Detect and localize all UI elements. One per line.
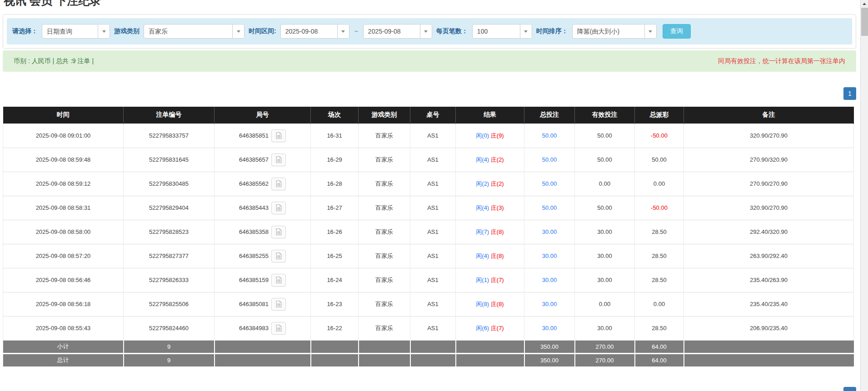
scrollbar-up-arrow-icon[interactable] bbox=[861, 0, 868, 7]
round-cell: 646384983 bbox=[215, 316, 311, 340]
session-cell: 16-29 bbox=[311, 148, 359, 172]
result-player: 闲(1) bbox=[476, 277, 489, 283]
time-cell: 2025-09-08 08:56:46 bbox=[3, 268, 124, 292]
payout-cell: -50.00 bbox=[635, 124, 684, 148]
table-no-cell: AS1 bbox=[410, 292, 456, 316]
filter-type-select[interactable]: 日期查询 bbox=[42, 24, 110, 39]
payout-cell: 28.50 bbox=[635, 244, 684, 268]
game-type-select[interactable]: 百家乐 bbox=[144, 24, 244, 39]
scrollbar-thumb[interactable] bbox=[861, 8, 868, 36]
table-header-row: 时间 注单编号 局号 场次 游戏类别 桌号 结果 总投注 有效投注 总派彩 备注 bbox=[3, 107, 854, 124]
bet-id-cell: 522795831645 bbox=[124, 148, 215, 172]
total-bet-cell: 50.00 bbox=[524, 172, 575, 196]
round-id: 646385562 bbox=[239, 180, 269, 187]
round-cell: 646385851 bbox=[215, 124, 311, 148]
result-banker: 庄(8) bbox=[491, 301, 504, 307]
chevron-down-icon[interactable] bbox=[644, 25, 656, 38]
valid-bet-cell: 30.00 bbox=[575, 316, 635, 340]
query-button[interactable]: 查询 bbox=[663, 24, 691, 39]
game-type-cell: 百家乐 bbox=[359, 292, 410, 316]
date-from-input[interactable]: 2025-09-08 bbox=[280, 24, 349, 39]
game-type-cell: 百家乐 bbox=[359, 148, 410, 172]
round-cell: 646385657 bbox=[215, 148, 311, 172]
col-header-table-no: 桌号 bbox=[410, 107, 456, 124]
chevron-down-icon[interactable] bbox=[98, 25, 110, 38]
valid-bet-cell: 30.00 bbox=[575, 244, 635, 268]
payout-cell: 50.00 bbox=[635, 148, 684, 172]
time-cell: 2025-09-08 09:01:00 bbox=[3, 124, 124, 148]
chevron-down-icon[interactable] bbox=[232, 25, 244, 38]
film-icon bbox=[275, 324, 283, 332]
result-cell: 闲(4) 庄(3) bbox=[456, 196, 524, 220]
table-no-cell: AS1 bbox=[410, 220, 456, 244]
table-no-cell: AS1 bbox=[410, 148, 456, 172]
video-replay-button[interactable] bbox=[271, 226, 286, 238]
video-replay-button[interactable] bbox=[271, 250, 286, 262]
video-replay-button[interactable] bbox=[271, 178, 286, 190]
chevron-down-icon[interactable] bbox=[420, 25, 432, 38]
chevron-down-icon[interactable] bbox=[337, 25, 349, 38]
total-bet-cell: 30.00 bbox=[524, 316, 575, 340]
result-banker: 庄(9) bbox=[491, 132, 504, 139]
video-replay-button[interactable] bbox=[271, 274, 286, 287]
result-banker: 庄(2) bbox=[491, 156, 504, 163]
round-cell: 646385159 bbox=[215, 268, 311, 292]
video-replay-button[interactable] bbox=[271, 298, 286, 311]
table-row: 2025-09-08 08:58:00 522795828523 6463853… bbox=[3, 220, 854, 244]
round-id: 646384983 bbox=[239, 325, 269, 332]
time-cell: 2025-09-08 08:58:31 bbox=[3, 196, 124, 220]
sort-order-label: 时间排序： bbox=[536, 27, 568, 35]
table-no-cell: AS1 bbox=[410, 268, 456, 292]
filter-bar: 请选择： 日期查询 游戏类别 百家乐 时间区间: 2025-09-08 ~ bbox=[7, 18, 852, 45]
table-no-cell: AS1 bbox=[410, 172, 456, 196]
table-row: 2025-09-08 08:56:46 522795826333 6463851… bbox=[3, 268, 854, 292]
round-cell: 646385358 bbox=[215, 220, 311, 244]
main-content: 视讯 会员 下注纪录 请选择： 日期查询 游戏类别 百家乐 时间区间: 2025… bbox=[0, 0, 868, 366]
result-cell: 闲(8) 庄(8) bbox=[456, 292, 524, 316]
bet-id-cell: 522795828523 bbox=[124, 220, 215, 244]
valid-bet-cell: 0.00 bbox=[575, 172, 635, 196]
result-cell: 闲(7) 庄(8) bbox=[456, 220, 524, 244]
round-cell: 646385081 bbox=[215, 292, 311, 316]
round-cell: 646385443 bbox=[215, 196, 311, 220]
result-banker: 庄(7) bbox=[491, 325, 504, 332]
round-id: 646385851 bbox=[239, 132, 269, 139]
round-id: 646385081 bbox=[239, 301, 269, 307]
page-title: 视讯 会员 下注纪录 bbox=[4, 0, 856, 7]
game-type-cell: 百家乐 bbox=[359, 124, 410, 148]
date-to-input[interactable]: 2025-09-08 bbox=[363, 24, 432, 39]
page-size-select[interactable]: 100 bbox=[472, 24, 532, 39]
game-type-cell: 百家乐 bbox=[359, 316, 410, 340]
video-replay-button[interactable] bbox=[271, 322, 286, 335]
total-payout: 64.00 bbox=[635, 353, 684, 366]
valid-bet-cell: 50.00 bbox=[575, 124, 635, 148]
vertical-scrollbar[interactable] bbox=[860, 0, 868, 391]
video-replay-button[interactable] bbox=[271, 202, 286, 214]
game-type-cell: 百家乐 bbox=[359, 244, 410, 268]
page-number-button[interactable]: 1 bbox=[843, 87, 856, 100]
film-icon bbox=[275, 300, 283, 308]
result-cell: 闲(6) 庄(7) bbox=[456, 316, 524, 340]
film-icon bbox=[275, 228, 283, 236]
result-player: 闲(4) bbox=[476, 156, 489, 163]
total-total-bet: 350.00 bbox=[524, 353, 575, 366]
result-player: 闲(7) bbox=[476, 228, 489, 235]
film-icon bbox=[275, 252, 283, 260]
summary-bar: 币别 : 人民币 | 总共 :9 注单 | 同局有效投注，统一计算在该局第一张注… bbox=[3, 50, 856, 72]
chevron-down-icon[interactable] bbox=[520, 25, 532, 38]
total-valid-bet: 270.00 bbox=[575, 353, 635, 366]
total-bet-cell: 50.00 bbox=[524, 124, 575, 148]
sort-order-select[interactable]: 降冪(由大到小) bbox=[572, 24, 657, 39]
table-row: 2025-09-08 08:58:31 522795829404 6463854… bbox=[3, 196, 854, 220]
game-type-cell: 百家乐 bbox=[359, 196, 410, 220]
page-number-button[interactable]: 1 bbox=[843, 387, 856, 391]
time-cell: 2025-09-08 08:58:00 bbox=[3, 220, 124, 244]
game-type-label: 游戏类别 bbox=[114, 27, 140, 35]
round-cell: 646385255 bbox=[215, 244, 311, 268]
time-cell: 2025-09-08 08:59:12 bbox=[3, 172, 124, 196]
video-replay-button[interactable] bbox=[271, 129, 286, 142]
result-banker: 庄(3) bbox=[491, 204, 504, 211]
pagination-top: 1 bbox=[3, 87, 856, 100]
video-replay-button[interactable] bbox=[271, 153, 286, 166]
col-header-result: 结果 bbox=[456, 107, 524, 124]
